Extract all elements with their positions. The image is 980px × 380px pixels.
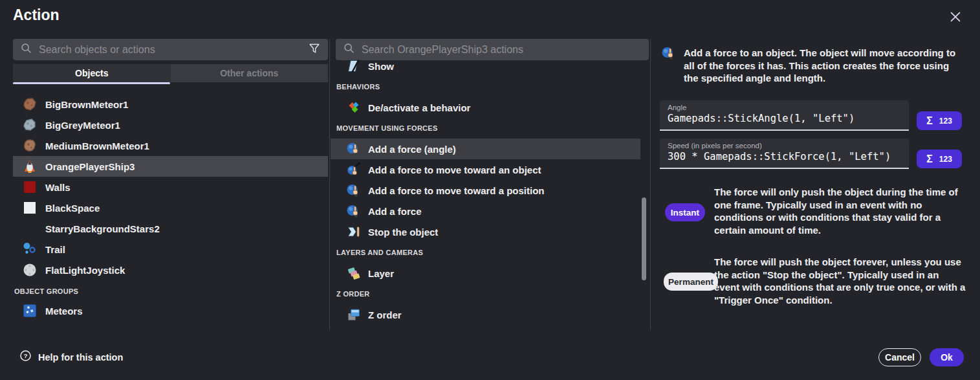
action-row[interactable]: Show (331, 56, 640, 76)
action-section-header: MOVEMENT USING FORCES (331, 118, 650, 139)
cancel-button[interactable]: Cancel (878, 348, 921, 366)
object-row[interactable]: BigBrownMeteor1 (13, 94, 328, 115)
zorder-icon (346, 307, 362, 322)
object-row[interactable]: Walls (13, 177, 328, 197)
numbers-icon: 123 (939, 155, 952, 164)
object-name: OrangePlayerShip3 (45, 161, 135, 172)
actions-list: ShowBEHAVIORSDe/activate a behaviorMOVEM… (331, 56, 650, 325)
speed-field-value[interactable]: 300 * Gamepads::StickForce(1, "Left") (668, 151, 901, 162)
tab-objects-label: Objects (75, 68, 108, 78)
action-name: Add a force to move toward a position (368, 185, 545, 196)
speed-field[interactable]: Speed (in pixels per second) 300 * Gamep… (660, 139, 909, 169)
angle-field-value[interactable]: Gamepads::StickAngle(1, "Left") (668, 113, 901, 124)
object-name: MediumBrownMeteor1 (45, 140, 149, 151)
action-row[interactable]: Add a force to move toward an object (331, 159, 640, 180)
object-row[interactable]: Trail (13, 239, 328, 260)
stop-icon (346, 224, 362, 240)
action-row[interactable]: Add a force to move toward a position (331, 180, 640, 201)
object-row[interactable]: StarryBackgroundStars2 (13, 218, 328, 239)
action-name: Add a force (368, 206, 422, 217)
close-icon (948, 10, 963, 26)
group-meteors-icon (22, 303, 38, 319)
sigma-icon: Σ (926, 153, 933, 165)
numbers-icon: 123 (939, 117, 952, 126)
action-name: Add a force to move toward an object (368, 164, 541, 175)
search-icon (19, 41, 34, 58)
action-row[interactable]: Stop the object (331, 221, 640, 242)
object-row[interactable]: BlackSpace (13, 197, 328, 218)
group-name: Meteors (45, 306, 83, 317)
force-icon (346, 203, 362, 219)
force-object-icon (346, 162, 362, 177)
object-row[interactable]: MediumBrownMeteor1 (13, 135, 328, 156)
action-section-header: BEHAVIORS (331, 76, 650, 97)
filter-icon[interactable] (307, 41, 321, 58)
svg-text:?: ? (23, 352, 27, 359)
action-section-header: LAYERS AND CAMERAS (331, 242, 650, 263)
action-name: Show (368, 61, 394, 72)
object-name: Trail (45, 244, 65, 255)
add-force-icon (661, 45, 677, 63)
show-icon (346, 58, 362, 74)
page-title: Action (13, 6, 60, 24)
red-square-icon (22, 179, 38, 195)
left-panel-tabs: Objects Other actions (13, 64, 328, 82)
object-name: StarryBackgroundStars2 (45, 223, 160, 234)
object-name: BigGreyMeteor1 (45, 120, 120, 131)
action-row[interactable]: Z order (331, 304, 640, 325)
help-link[interactable]: ? Help for this action (19, 350, 123, 364)
angle-field[interactable]: Angle Gamepads::StickAngle(1, "Left") (660, 100, 909, 131)
tab-other-actions-label: Other actions (220, 68, 278, 78)
speed-expression-button[interactable]: Σ 123 (917, 150, 962, 168)
object-name: BlackSpace (45, 203, 100, 214)
speed-field-label: Speed (in pixels per second) (668, 142, 901, 150)
objects-list: BigBrownMeteor1BigGreyMeteor1MediumBrown… (13, 94, 328, 322)
meteor-brown-icon (22, 96, 38, 112)
divider-left-middle (329, 39, 330, 330)
force-icon (346, 141, 362, 157)
actions-list-scrollbar[interactable] (642, 197, 646, 280)
tab-objects[interactable]: Objects (13, 64, 171, 82)
help-icon: ? (19, 350, 32, 364)
joystick-icon (22, 262, 38, 278)
active-tab-underline (13, 82, 170, 84)
action-row[interactable]: Layer (331, 263, 640, 284)
object-groups-header: OBJECT GROUPS (13, 283, 328, 300)
action-name: Add a force (angle) (368, 144, 456, 155)
object-row[interactable]: FlatLightJoystick (13, 260, 328, 280)
action-description: Add a force to an object. The object wil… (684, 47, 961, 85)
object-name: FlatLightJoystick (45, 265, 125, 276)
trail-icon (22, 241, 38, 257)
none-icon (22, 221, 38, 236)
action-row[interactable]: Add a force (331, 201, 640, 221)
object-row[interactable]: OrangePlayerShip3 (13, 156, 328, 177)
permanent-note-text: The force will push the object forever, … (714, 256, 966, 306)
ship-icon (22, 159, 38, 174)
object-name: Walls (45, 182, 71, 193)
action-name: Layer (368, 268, 394, 279)
angle-field-label: Angle (668, 104, 901, 111)
ok-button[interactable]: Ok (930, 348, 964, 366)
action-section-header: Z ORDER (331, 284, 650, 304)
white-square-icon (22, 200, 38, 216)
action-name: Z order (368, 309, 402, 320)
object-name: BigBrownMeteor1 (45, 99, 128, 110)
tab-other-actions[interactable]: Other actions (171, 64, 329, 82)
group-row[interactable]: Meteors (13, 300, 328, 322)
instant-note-text: The force will only push the object duri… (714, 186, 966, 236)
action-row[interactable]: De/activate a behavior (331, 97, 640, 118)
instant-badge: Instant (665, 203, 705, 221)
angle-expression-button[interactable]: Σ 123 (917, 111, 962, 130)
objects-search-input[interactable] (39, 44, 302, 56)
behavior-icon (346, 100, 362, 115)
action-name: Stop the object (368, 227, 438, 238)
permanent-badge: Permanent (664, 273, 718, 291)
object-row[interactable]: BigGreyMeteor1 (13, 115, 328, 135)
actions-search-input[interactable] (362, 44, 642, 56)
action-row[interactable]: Add a force (angle) (331, 139, 640, 159)
layer-icon (346, 265, 362, 281)
sigma-icon: Σ (926, 115, 933, 127)
close-button[interactable] (946, 8, 965, 27)
force-position-icon (346, 183, 362, 198)
action-name: De/activate a behavior (368, 102, 470, 113)
